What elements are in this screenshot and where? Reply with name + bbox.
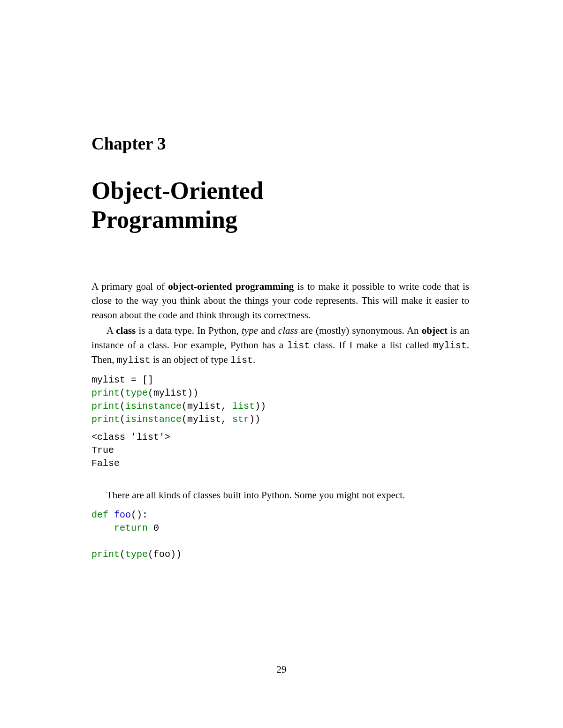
title-line-1: Object-Oriented (91, 177, 264, 204)
code-text: ( (120, 388, 125, 398)
code-keyword: print (91, 549, 120, 560)
mono-term: mylist (433, 340, 467, 351)
bold-term: class (116, 325, 136, 336)
italic-term: type (242, 325, 258, 336)
text: is a data type. In Python, (136, 325, 242, 336)
code-text: ( (120, 414, 125, 425)
bold-term: object (422, 325, 448, 336)
output-line: <class 'list'> (91, 432, 170, 443)
code-keyword: print (91, 388, 120, 398)
code-keyword: return (114, 523, 148, 533)
code-keyword: print (91, 401, 120, 412)
code-text: )) (255, 401, 266, 412)
paragraph-3: There are all kinds of classes built int… (91, 488, 469, 502)
text: A primary goal of (91, 281, 168, 292)
document-page: Chapter 3 Object-Oriented Programming A … (0, 0, 563, 613)
paragraph-1: A primary goal of object-oriented progra… (91, 279, 469, 322)
code-keyword: isinstance (125, 401, 182, 412)
code-text: 0 (148, 523, 159, 533)
page-number: 29 (0, 664, 563, 675)
output-line: False (91, 458, 120, 469)
code-text: )) (249, 414, 260, 425)
code-text: (mylist)) (148, 388, 198, 398)
paragraph-2: A class is a data type. In Python, type … (91, 323, 469, 367)
bold-term: object-oriented programming (168, 281, 294, 292)
code-text: (mylist, (182, 414, 232, 425)
text: class. If I make a list called (310, 339, 433, 351)
text: is an object of type (151, 354, 230, 365)
chapter-title: Object-Oriented Programming (91, 176, 469, 235)
code-keyword: list (232, 401, 255, 412)
chapter-label: Chapter 3 (91, 134, 469, 154)
code-text: mylist = [] (91, 375, 153, 385)
italic-term: class (278, 325, 298, 336)
code-keyword: type (125, 549, 148, 560)
mono-term: list (230, 355, 253, 366)
code-block-1: mylist = [] print(type(mylist)) print(is… (91, 374, 469, 426)
mono-term: list (287, 340, 310, 351)
code-text (91, 523, 114, 533)
code-keyword: print (91, 414, 120, 425)
code-text: ( (120, 401, 125, 412)
text: and (258, 325, 278, 336)
code-text: (): (131, 510, 148, 520)
spacer (91, 481, 469, 488)
code-keyword: isinstance (125, 414, 182, 425)
output-line: True (91, 445, 114, 456)
code-text (108, 510, 114, 520)
output-block-1: <class 'list'> True False (91, 431, 469, 470)
mono-term: mylist (117, 355, 151, 366)
code-text: (foo)) (148, 549, 182, 560)
text: A (107, 325, 116, 336)
code-text: ( (120, 549, 125, 560)
code-keyword: type (125, 388, 148, 398)
text: There are all kinds of classes built int… (107, 489, 405, 501)
code-keyword: str (232, 414, 249, 425)
title-line-2: Programming (91, 206, 237, 233)
code-keyword: def (91, 510, 108, 520)
text: . (253, 354, 255, 365)
code-function: foo (114, 510, 131, 520)
code-block-2: def foo(): return 0 print(type(foo)) (91, 509, 469, 561)
text: are (mostly) synonymous. An (298, 325, 422, 336)
code-text: (mylist, (182, 401, 232, 412)
